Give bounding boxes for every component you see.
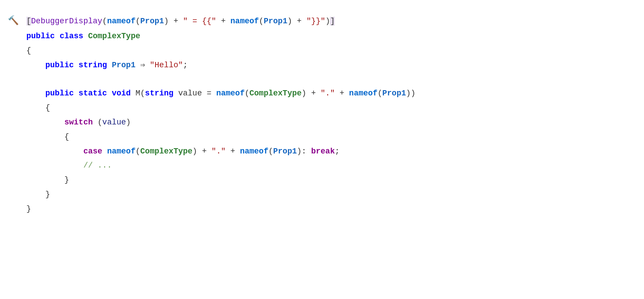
code-line: { (0, 101, 644, 115)
code-text: } (26, 174, 644, 186)
code-container: 🔨[DebuggerDisplay(nameof(Prop1) + " = {{… (0, 9, 644, 221)
code-text: // ... (26, 159, 644, 172)
code-text: public static void M(string value = name… (26, 87, 644, 100)
code-line: } (0, 173, 644, 187)
code-text: case nameof(ComplexType) + "." + nameof(… (26, 145, 644, 158)
code-line: public class ComplexType (0, 29, 644, 44)
code-text: { (26, 131, 644, 143)
code-text: } (26, 203, 644, 215)
code-line: { (0, 44, 644, 58)
code-line: } (0, 187, 644, 202)
code-text: } (26, 188, 644, 201)
code-text: public class ComplexType (26, 30, 644, 43)
code-line: public static void M(string value = name… (0, 86, 644, 101)
code-line: switch (value) (0, 115, 644, 130)
code-line: } (0, 202, 644, 216)
code-text: { (26, 44, 644, 57)
code-line (0, 72, 644, 86)
code-text: switch (value) (26, 116, 644, 129)
line-gutter: 🔨 (0, 14, 26, 28)
code-line: public string Prop1 ⇒ "Hello"; (0, 58, 644, 73)
code-line: { (0, 130, 644, 144)
code-line: 🔨[DebuggerDisplay(nameof(Prop1) + " = {{… (0, 13, 644, 29)
code-text: { (26, 102, 644, 114)
code-line: case nameof(ComplexType) + "." + nameof(… (0, 144, 644, 159)
code-text: [DebuggerDisplay(nameof(Prop1) + " = {{"… (26, 15, 644, 28)
code-line: // ... (0, 158, 644, 173)
code-text: public string Prop1 ⇒ "Hello"; (26, 59, 644, 72)
